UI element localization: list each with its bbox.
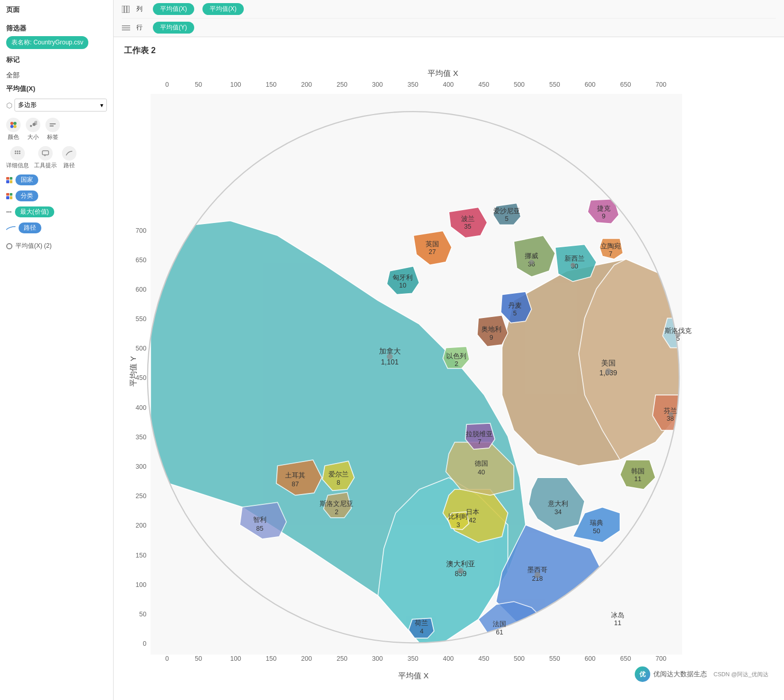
avg-x-radio[interactable]: 平均值(X) (2) bbox=[6, 242, 107, 250]
svg-text:700: 700 bbox=[655, 81, 666, 88]
legend-max: ••• 最大(价值) bbox=[6, 206, 107, 217]
legend-category: 分类 bbox=[6, 190, 107, 201]
svg-point-1 bbox=[13, 122, 17, 125]
label-button[interactable]: 标签 bbox=[45, 118, 60, 141]
category-badge[interactable]: 分类 bbox=[15, 190, 38, 201]
max-dots-icon: ••• bbox=[6, 209, 12, 215]
path-label: 路径 bbox=[64, 162, 75, 169]
icon-row-2: 详细信息 工具提示 路径 bbox=[6, 146, 107, 169]
tooltip-label: 工具提示 bbox=[34, 162, 57, 169]
ireland-value: 8 bbox=[337, 479, 340, 486]
svg-text:350: 350 bbox=[407, 655, 418, 662]
finland-dot bbox=[668, 412, 673, 417]
svg-text:700: 700 bbox=[655, 655, 666, 662]
svg-point-9 bbox=[15, 151, 17, 152]
main-content: 列 平均值(X) 平均值(X) 行 平均值(Y) 工作表 2 平均值 X bbox=[114, 0, 784, 700]
rows-icon bbox=[122, 24, 130, 31]
chile-value: 85 bbox=[256, 525, 263, 532]
nz-dot bbox=[571, 263, 575, 267]
max-badge[interactable]: 最大(价值) bbox=[15, 206, 54, 217]
iceland-label: 冰岛 bbox=[611, 612, 624, 619]
france-label: 法国 bbox=[493, 621, 506, 628]
hungary-value: 10 bbox=[399, 282, 406, 289]
radio-icon bbox=[6, 243, 12, 249]
svg-point-3 bbox=[13, 125, 17, 128]
size-button[interactable]: 大小 bbox=[26, 118, 40, 141]
x-ticks-bottom: 0 50 100 150 200 250 300 350 400 450 500… bbox=[165, 655, 666, 662]
svg-text:450: 450 bbox=[478, 655, 489, 662]
path-badge[interactable]: 路径 bbox=[19, 222, 41, 233]
svg-marker-16 bbox=[44, 155, 46, 156]
france-value: 61 bbox=[496, 629, 503, 636]
svg-rect-19 bbox=[127, 6, 129, 13]
slovakia-dot bbox=[676, 332, 680, 337]
shape-select[interactable]: 多边形 ▾ bbox=[14, 99, 107, 112]
estonia-label: 爱沙尼亚 bbox=[493, 208, 520, 215]
svg-text:50: 50 bbox=[195, 81, 202, 88]
chart-container: 平均值 X 平均值 Y 0 50 100 150 200 250 300 350… bbox=[124, 61, 774, 687]
svg-text:300: 300 bbox=[135, 463, 146, 470]
italy-label: 意大利 bbox=[547, 500, 568, 507]
path-icon bbox=[62, 146, 76, 161]
color-button[interactable]: 颜色 bbox=[6, 118, 21, 141]
austria-value: 9 bbox=[490, 334, 493, 341]
netherlands-value: 4 bbox=[420, 628, 424, 635]
svg-point-13 bbox=[17, 153, 19, 154]
svg-text:600: 600 bbox=[585, 655, 595, 662]
czech-value: 9 bbox=[602, 213, 605, 220]
svg-text:500: 500 bbox=[514, 81, 525, 88]
norway-label: 挪威 bbox=[525, 252, 538, 260]
svg-text:0: 0 bbox=[165, 81, 169, 88]
detail-button[interactable]: 详细信息 bbox=[6, 146, 29, 169]
svg-text:250: 250 bbox=[135, 492, 146, 500]
korea-label: 韩国 bbox=[631, 468, 645, 475]
legend-path-row: 路径 bbox=[6, 222, 107, 233]
size-label: 大小 bbox=[27, 133, 39, 141]
turkey-value: 87 bbox=[292, 481, 299, 488]
shape-select-row: ⬡ 多边形 ▾ bbox=[6, 99, 107, 112]
shape-icon: ⬡ bbox=[6, 101, 12, 109]
svg-text:550: 550 bbox=[549, 81, 560, 88]
uk-label: 英国 bbox=[426, 241, 439, 248]
watermark-logo: 优 bbox=[635, 666, 650, 682]
y-axis-label: 平均值 Y bbox=[129, 356, 137, 387]
svg-text:150: 150 bbox=[265, 655, 276, 662]
turkey-label: 土耳其 bbox=[285, 472, 305, 479]
netherlands-label: 荷兰 bbox=[415, 619, 428, 627]
svg-text:300: 300 bbox=[372, 81, 383, 88]
svg-rect-8 bbox=[50, 125, 54, 126]
path-line-icon bbox=[6, 226, 15, 231]
svg-text:100: 100 bbox=[230, 81, 241, 88]
col-badge-1[interactable]: 平均值(X) bbox=[153, 3, 194, 15]
iceland-value: 11 bbox=[614, 619, 621, 627]
svg-text:100: 100 bbox=[230, 655, 241, 662]
col-badge-2[interactable]: 平均值(X) bbox=[202, 3, 244, 15]
denmark-label: 丹麦 bbox=[508, 302, 522, 309]
belgium-label: 比利时 bbox=[448, 513, 468, 520]
svg-text:100: 100 bbox=[135, 581, 146, 588]
tooltip-button[interactable]: 工具提示 bbox=[34, 146, 57, 169]
category-color-icon bbox=[6, 193, 12, 199]
israel-label: 以色列 bbox=[446, 353, 466, 360]
germany-value: 40 bbox=[478, 469, 485, 476]
svg-text:600: 600 bbox=[585, 81, 595, 88]
svg-text:500: 500 bbox=[514, 655, 525, 662]
svg-point-12 bbox=[15, 153, 17, 154]
country-badge[interactable]: 国家 bbox=[15, 174, 38, 185]
detail-label: 详细信息 bbox=[6, 162, 29, 169]
poland-value: 35 bbox=[464, 223, 472, 230]
latvia-label: 拉脱维亚 bbox=[466, 431, 493, 438]
x-axis-top-label: 平均值 X bbox=[428, 69, 458, 77]
tooltip-icon bbox=[38, 146, 53, 161]
legend-country: 国家 bbox=[6, 174, 107, 185]
toolbar: 列 平均值(X) 平均值(X) 行 平均值(Y) bbox=[114, 0, 784, 37]
row-row: 行 平均值(Y) bbox=[122, 19, 776, 37]
svg-text:200: 200 bbox=[135, 522, 146, 529]
row-badge[interactable]: 平均值(Y) bbox=[153, 22, 194, 34]
col-icon bbox=[122, 6, 130, 13]
ireland-label: 爱尔兰 bbox=[328, 471, 349, 478]
filter-badge[interactable]: 表名称: CountryGroup.csv bbox=[6, 36, 88, 49]
path-button[interactable]: 路径 bbox=[62, 146, 76, 169]
svg-text:150: 150 bbox=[135, 552, 146, 559]
poland-label: 波兰 bbox=[461, 215, 475, 222]
